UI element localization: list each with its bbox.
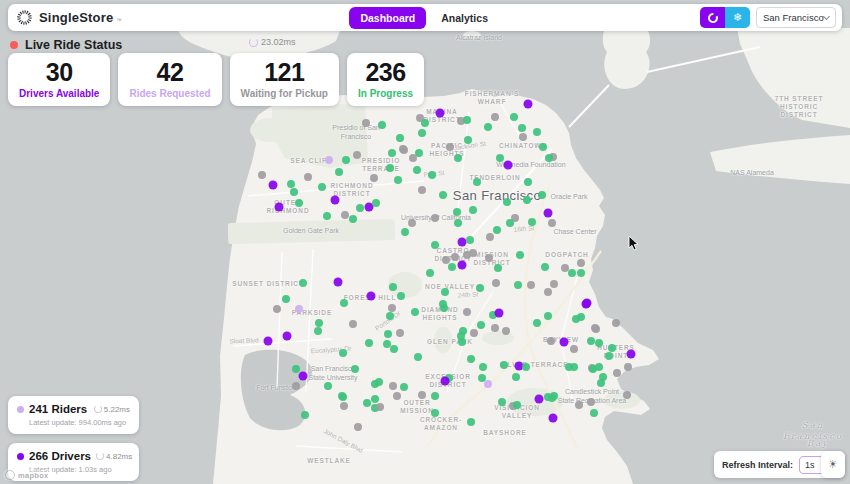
map-attribution[interactable]: mapbox	[3, 469, 55, 481]
ride-dot	[510, 113, 518, 121]
stats-row: 30Drivers Available42Rides Requested121W…	[8, 53, 424, 106]
ride-dot	[613, 369, 621, 377]
ride-dot	[587, 337, 595, 345]
ride-dot	[386, 164, 394, 172]
ride-dot	[375, 378, 383, 386]
ride-dot	[428, 171, 436, 179]
ride-dot	[378, 121, 386, 129]
ride-dot	[523, 196, 531, 204]
stat-card-waiting-for-pickup: 121Waiting for Pickup	[230, 53, 339, 106]
ride-dot	[544, 312, 552, 320]
ride-dot	[295, 305, 303, 313]
ride-dot	[504, 161, 513, 170]
snowflake-db-button[interactable]: ❄	[725, 7, 750, 28]
ride-dot	[273, 305, 281, 313]
singlestore-db-button[interactable]	[700, 7, 725, 28]
ride-dot	[384, 330, 392, 338]
ride-dot	[608, 344, 616, 352]
ride-dot	[431, 409, 439, 417]
ride-dot	[372, 199, 380, 207]
ride-dot	[418, 186, 426, 194]
ride-dot	[365, 339, 373, 347]
ride-dot	[258, 171, 266, 179]
ride-dot	[287, 180, 295, 188]
stat-value: 42	[129, 59, 210, 87]
city-select[interactable]: San Francisco	[756, 7, 836, 28]
ride-dot	[371, 395, 379, 403]
ride-dot	[463, 308, 471, 316]
ride-dot	[339, 349, 347, 357]
mapbox-wordmark: mapbox	[18, 471, 49, 480]
ride-dot	[436, 109, 445, 118]
sun-icon: ☀	[828, 458, 838, 471]
ride-dot	[513, 401, 521, 409]
ride-dot	[409, 154, 417, 162]
ride-dot	[623, 391, 631, 399]
spinner-icon	[94, 405, 102, 413]
ride-dot	[388, 149, 396, 157]
spinner-icon	[249, 38, 258, 47]
ride-dot	[467, 418, 475, 426]
ride-dot	[454, 154, 462, 162]
ride-dot	[367, 292, 376, 301]
feed-card-row: 266 Drivers4.82ms	[17, 450, 130, 462]
latency-value: 5.22ms	[104, 405, 130, 414]
ride-dot	[290, 188, 298, 196]
ride-dot	[494, 264, 502, 272]
brand-name: SingleStore	[39, 10, 113, 25]
ride-dot	[570, 363, 578, 371]
ride-dot	[426, 269, 434, 277]
singlestore-ring-icon	[707, 12, 719, 24]
ride-dot	[570, 345, 578, 353]
ride-dot	[524, 178, 532, 186]
ride-dot	[353, 151, 361, 159]
feed-card-row: 241 Riders5.22ms	[17, 403, 130, 415]
ride-dot	[376, 403, 384, 411]
ride-dot	[363, 399, 371, 407]
ride-dot	[528, 218, 536, 226]
ride-dot	[383, 340, 391, 348]
ride-dot	[323, 212, 331, 220]
tab-analytics[interactable]: Analytics	[430, 7, 499, 29]
map-alcatraz	[463, 31, 481, 39]
ride-dot	[301, 411, 309, 419]
ride-dot	[269, 181, 278, 190]
ride-dot	[572, 315, 580, 323]
ride-dot	[467, 355, 475, 363]
refresh-interval-label: Refresh Interval:	[722, 460, 793, 470]
chevron-down-icon	[823, 13, 830, 20]
ride-dot	[496, 154, 504, 162]
theme-toggle-button[interactable]: ☀	[821, 451, 845, 478]
ride-dot	[458, 338, 466, 346]
ride-dot	[446, 143, 454, 151]
feed-title: 241 Riders	[29, 403, 87, 415]
refresh-interval-value: 1s	[805, 460, 815, 470]
ride-dot	[538, 191, 546, 199]
ride-dot	[414, 353, 422, 361]
stat-label: Waiting for Pickup	[241, 88, 328, 99]
tab-dashboard[interactable]: Dashboard	[349, 7, 426, 29]
ride-dot	[356, 204, 364, 212]
ride-dot	[550, 392, 558, 400]
ride-dot	[590, 409, 598, 417]
ride-dot	[469, 206, 477, 214]
latency-value: 4.82ms	[106, 452, 132, 461]
ride-dot	[493, 226, 501, 234]
ride-dot	[560, 338, 569, 347]
stat-label: Drivers Available	[19, 88, 99, 99]
ride-dot	[597, 379, 605, 387]
ride-dot	[548, 219, 556, 227]
ride-dot	[439, 191, 447, 199]
ride-dot	[331, 196, 340, 205]
ride-dot	[275, 203, 284, 212]
ride-dot	[349, 215, 357, 223]
ride-dot	[341, 211, 349, 219]
ride-dot	[514, 281, 522, 289]
ride-dot	[549, 414, 558, 423]
ride-dot	[314, 327, 322, 335]
feed-latency: 5.22ms	[94, 405, 130, 414]
top-nav: SingleStore ™ DashboardAnalytics ❄ San F…	[8, 4, 842, 31]
ride-dot	[469, 249, 477, 257]
ride-dot	[448, 263, 456, 271]
ride-dot	[484, 380, 492, 388]
